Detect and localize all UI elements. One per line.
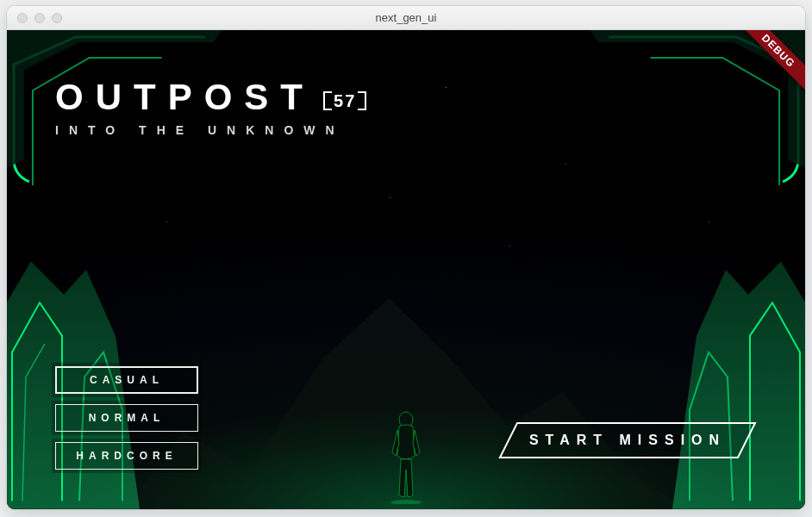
title-block: OUTPOST 57 INTO THE UNKNOWN [55,77,363,137]
character-silhouette [387,409,425,504]
window-controls[interactable] [7,13,62,23]
titlebar: next_gen_ui [7,6,805,30]
app-window: next_gen_ui [6,5,806,510]
game-title-number: 57 [327,90,363,113]
difficulty-selector: CASUAL NORMAL HARDCORE [55,366,198,470]
minimize-icon[interactable] [34,13,45,23]
close-icon[interactable] [17,13,28,23]
difficulty-label: HARDCORE [76,450,177,462]
window-title: next_gen_ui [7,11,805,24]
game-viewport: DEBUG OUTPOST 57 INTO THE UNKNOWN CASUAL… [7,30,805,509]
difficulty-normal-button[interactable]: NORMAL [55,404,198,432]
game-title: OUTPOST [55,77,315,118]
game-subtitle: INTO THE UNKNOWN [55,123,363,137]
svg-point-3 [390,500,422,504]
difficulty-casual-button[interactable]: CASUAL [55,366,198,394]
zoom-icon[interactable] [52,13,62,23]
difficulty-label: CASUAL [90,374,164,386]
difficulty-hardcore-button[interactable]: HARDCORE [55,442,198,470]
difficulty-label: NORMAL [89,412,166,424]
start-mission-button[interactable]: START MISSION [498,421,757,459]
start-button-label: START MISSION [529,433,726,448]
